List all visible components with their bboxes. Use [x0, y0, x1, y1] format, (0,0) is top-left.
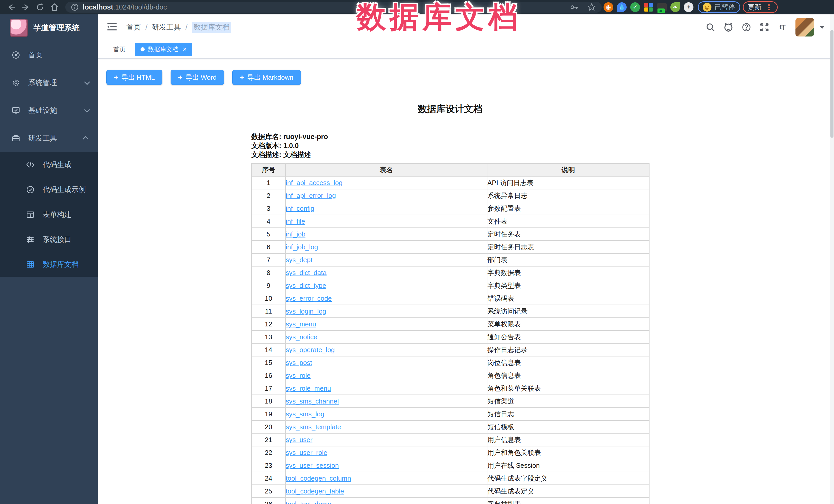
- table-row: 15 sys_post 岗位信息表: [251, 356, 649, 369]
- sidebar-item-home[interactable]: 首页: [0, 41, 97, 69]
- table-name-link[interactable]: sys_dept: [286, 256, 312, 264]
- breadcrumb-home[interactable]: 首页: [126, 22, 141, 32]
- table-name-link[interactable]: sys_error_code: [286, 294, 332, 302]
- home-icon[interactable]: [47, 2, 62, 13]
- table-name-link[interactable]: inf_api_access_log: [286, 179, 343, 187]
- table-description: 字典数据表: [487, 266, 649, 279]
- table-row: 2 inf_api_error_log 系统异常日志: [251, 189, 649, 202]
- sidebar-item-form-builder[interactable]: 表单构建: [0, 202, 97, 227]
- row-index: 4: [251, 215, 285, 228]
- plus-icon: +: [240, 73, 244, 82]
- table-description: 文件表: [487, 215, 649, 228]
- back-icon[interactable]: [4, 2, 19, 13]
- table-description: 字典类型表: [487, 279, 649, 292]
- table-name-link[interactable]: inf_file: [286, 217, 305, 225]
- tag-db-doc[interactable]: 数据库文档 ×: [135, 43, 192, 56]
- extension-drop-icon[interactable]: 💧: [615, 2, 629, 13]
- row-index: 24: [251, 472, 285, 485]
- table-name-link[interactable]: inf_job: [286, 230, 306, 238]
- tag-home[interactable]: 首页: [108, 43, 131, 56]
- browser-toolbar: localhost:1024/tool/db-doc ◉ 💧 ✓ ❧ ✦ ☺ 已…: [0, 0, 834, 15]
- table-name-link[interactable]: sys_user_role: [286, 449, 327, 457]
- code-icon: [25, 160, 36, 169]
- avatar-caret-down-icon[interactable]: [819, 26, 825, 29]
- table-name-link[interactable]: sys_user: [286, 436, 312, 444]
- table-name-link[interactable]: inf_config: [286, 204, 314, 212]
- table-name-link[interactable]: sys_operate_log: [286, 346, 335, 354]
- password-key-icon[interactable]: [570, 3, 578, 12]
- site-info-icon[interactable]: [71, 3, 79, 11]
- forward-icon[interactable]: [19, 2, 33, 13]
- app-logo[interactable]: 芋道管理系统: [0, 15, 97, 41]
- extension-check-icon[interactable]: ✓: [629, 2, 642, 13]
- table-name-link[interactable]: sys_dict_data: [286, 269, 327, 277]
- scrollbar-thumb[interactable]: [830, 30, 833, 138]
- extension-puzzle-icon[interactable]: ✦: [682, 2, 695, 13]
- table-name-link[interactable]: sys_sms_channel: [286, 397, 339, 405]
- table-row: 19 sys_sms_log 短信日志: [251, 408, 649, 420]
- github-icon[interactable]: [719, 22, 738, 32]
- collapse-sidebar-icon[interactable]: [107, 22, 117, 32]
- table-row: 5 inf_job 定时任务表: [251, 228, 649, 241]
- row-index: 1: [251, 176, 285, 189]
- table-description: 字典类型表: [487, 498, 649, 504]
- update-label: 更新: [748, 3, 762, 12]
- fullscreen-icon[interactable]: [755, 22, 773, 32]
- row-index: 6: [251, 241, 285, 254]
- table-name-link[interactable]: sys_role: [286, 372, 311, 379]
- help-icon[interactable]: [738, 22, 755, 32]
- extension-camera-icon[interactable]: ◉: [602, 2, 615, 13]
- sidebar-item-system-api[interactable]: 系统接口: [0, 227, 97, 252]
- table-name-link[interactable]: tool_codegen_column: [286, 475, 351, 482]
- page-scrollbar[interactable]: [830, 15, 834, 504]
- bookmark-star-icon[interactable]: [587, 3, 596, 12]
- table-name-link[interactable]: inf_api_error_log: [286, 192, 336, 199]
- table-description: 参数配置表: [487, 202, 649, 215]
- table-name-link[interactable]: sys_notice: [286, 333, 317, 341]
- sidebar-item-system[interactable]: 系统管理: [0, 69, 97, 96]
- user-avatar[interactable]: [795, 18, 814, 37]
- extension-switch-on-icon[interactable]: [655, 2, 668, 13]
- table-name-link[interactable]: sys_sms_log: [286, 410, 324, 418]
- meta-line: 文档描述: 文档描述: [251, 150, 649, 159]
- table-name-link[interactable]: tool_test_demo: [286, 500, 331, 504]
- extension-leaf-icon[interactable]: ❧: [668, 2, 682, 13]
- table-name-link[interactable]: sys_sms_template: [286, 423, 341, 431]
- sidebar-item-code-generation[interactable]: 代码生成: [0, 152, 97, 177]
- db-document: 数据库设计文档 数据库名: ruoyi-vue-pro 文档版本: 1.0.0: [251, 103, 649, 504]
- table-name-link[interactable]: sys_dict_type: [286, 282, 326, 289]
- row-index: 12: [251, 318, 285, 330]
- table-name-link[interactable]: sys_post: [286, 359, 312, 367]
- table-row: 18 sys_sms_channel 短信渠道: [251, 395, 649, 408]
- breadcrumb-dev-tools[interactable]: 研发工具: [152, 22, 181, 32]
- table-name-link[interactable]: sys_menu: [286, 320, 316, 328]
- font-size-icon[interactable]: tT: [773, 23, 791, 31]
- row-index: 5: [251, 228, 285, 241]
- address-bar[interactable]: localhost:1024/tool/db-doc: [65, 2, 602, 13]
- extension-grid-icon[interactable]: [642, 2, 655, 13]
- table-name-link[interactable]: tool_codegen_table: [286, 487, 344, 495]
- table-description: 用户信息表: [487, 433, 649, 446]
- table-row: 21 sys_user 用户信息表: [251, 433, 649, 446]
- sidebar-item-db-doc[interactable]: 数据库文档: [0, 252, 97, 277]
- export-html-button[interactable]: + 导出 HTML: [106, 70, 162, 85]
- sidebar-item-infrastructure[interactable]: 基础设施: [0, 96, 97, 125]
- row-index: 3: [251, 202, 285, 215]
- table-row: 23 sys_user_session 用户在线 Session: [251, 459, 649, 472]
- tag-close-icon[interactable]: ×: [183, 45, 186, 53]
- table-name-link[interactable]: sys_role_menu: [286, 385, 331, 392]
- browser-menu-icon[interactable]: ⋮: [765, 3, 773, 12]
- sidebar-item-code-gen-example[interactable]: 代码生成示例: [0, 177, 97, 202]
- reload-icon[interactable]: [33, 2, 47, 13]
- export-word-button[interactable]: + 导出 Word: [171, 70, 224, 85]
- sidebar-item-dev-tools[interactable]: 研发工具: [0, 125, 97, 152]
- table-name-link[interactable]: inf_job_log: [286, 243, 318, 251]
- table-name-link[interactable]: sys_user_session: [286, 462, 339, 469]
- search-icon[interactable]: [701, 22, 719, 32]
- table-name-link[interactable]: sys_login_log: [286, 307, 326, 315]
- export-markdown-button[interactable]: + 导出 Markdown: [232, 70, 301, 85]
- table-row: 11 sys_login_log 系统访问记录: [251, 305, 649, 318]
- paused-extension-chip[interactable]: ☺ 已暂停: [698, 1, 740, 13]
- browser-update-chip[interactable]: 更新 ⋮: [743, 1, 778, 13]
- tables-overview-table: 序号 表名 说明 1 inf_api_access_log API 访问日志表: [251, 163, 650, 504]
